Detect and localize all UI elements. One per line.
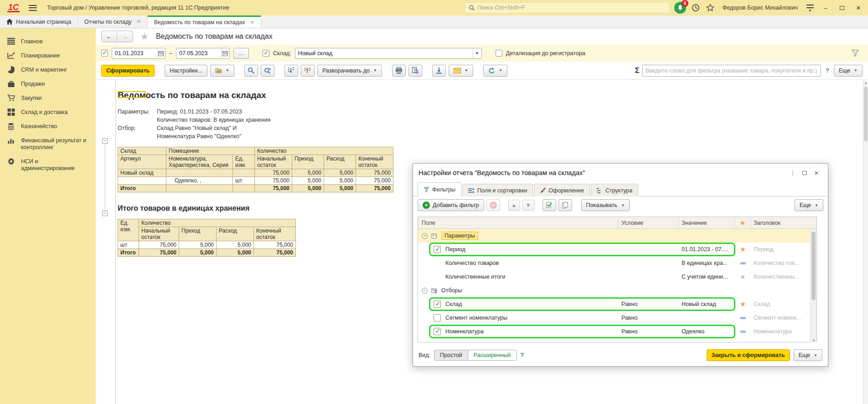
favorites-button[interactable] [705, 3, 715, 13]
group-row-parameters[interactable]: − Параметры [418, 229, 816, 243]
1c-logo-icon[interactable]: 1С [7, 4, 20, 12]
star-marker-icon[interactable]: ★ [740, 245, 746, 254]
period-checkbox[interactable] [101, 50, 108, 57]
sidebar-item-main[interactable]: Главное [0, 35, 96, 49]
dialog-more-icon[interactable]: ⋮ [787, 167, 799, 178]
warehouse-combobox[interactable]: ▼ [295, 48, 482, 59]
calendar-icon[interactable] [157, 48, 165, 58]
period-options-button[interactable]: ... [233, 48, 249, 59]
tab-appearance[interactable]: Оформление [534, 184, 590, 197]
change-variant-button[interactable]: ▼ [483, 65, 507, 77]
view-simple-button[interactable]: Простой [434, 350, 468, 360]
chevron-down-icon[interactable]: ▼ [473, 48, 481, 58]
row-checkbox[interactable] [434, 314, 441, 321]
report-variants-button[interactable]: ▼ [210, 65, 234, 77]
tab-goods-statement[interactable]: Ведомость по товарам на складах ✕ [148, 16, 261, 28]
filters-grid[interactable]: Поле Условие Значение ★ Заголовок − Пара… [418, 217, 817, 342]
check-all-button[interactable] [542, 199, 556, 211]
find-next-button[interactable] [261, 65, 274, 77]
value-cell[interactable]: Новый склад [679, 297, 735, 311]
tab-home[interactable]: Начальная страница [0, 16, 78, 28]
copy-button[interactable] [558, 199, 572, 211]
user-name[interactable]: Федоров Борис Михайлович [723, 5, 798, 11]
help-button[interactable]: ? [824, 67, 831, 74]
tab-structure[interactable]: Структура [591, 184, 638, 197]
collapse-icon[interactable]: − [422, 233, 428, 239]
filter-funnel-icon[interactable] [852, 50, 859, 57]
sidebar-item-planning[interactable]: Планирование [0, 49, 96, 63]
tab-warehouse-reports[interactable]: Отчеты по складу ✕ [78, 16, 148, 28]
date-to-input[interactable] [176, 50, 221, 57]
move-up-button[interactable]: ▲ [508, 200, 520, 211]
collapse-groups-button[interactable] [284, 65, 298, 77]
show-button[interactable]: Показывать ▼ [581, 199, 630, 211]
remove-filter-button[interactable]: ✕ [486, 199, 500, 211]
expand-to-button[interactable]: Разворачивать до ▼ [317, 65, 382, 77]
sidebar-item-sales[interactable]: Продажи [0, 77, 96, 91]
row-checkbox[interactable] [434, 300, 441, 308]
generate-button[interactable]: Сформировать [101, 65, 155, 77]
grid-scrollbar[interactable]: ▼ [810, 229, 816, 342]
close-tab-icon[interactable]: ✕ [136, 19, 140, 25]
favorite-star-icon[interactable]: ★ [140, 31, 149, 42]
star-marker-icon[interactable]: ★ [740, 300, 746, 308]
global-search-input[interactable] [465, 2, 670, 13]
date-from-input[interactable] [112, 50, 157, 57]
dash-marker-icon[interactable] [740, 262, 746, 264]
add-filter-button[interactable]: + Добавить фильтр [418, 199, 484, 211]
warehouse-table[interactable]: Склад Помещение Количество Артикул Номен… [118, 147, 393, 192]
group-row-selections[interactable]: − Отборы [418, 284, 816, 297]
main-menu-icon[interactable] [29, 5, 37, 11]
totals-table[interactable]: Ед. изм. Количество Начальный остаток Пр… [118, 219, 296, 257]
filter-row-period[interactable]: Период 01.01.2023 - 07.... ★ Период [418, 243, 816, 256]
date-from-field[interactable] [112, 48, 165, 59]
close-tab-icon[interactable]: ✕ [250, 20, 254, 26]
value-cell[interactable]: В единицах хра... [679, 256, 735, 270]
collapse-icon[interactable]: − [422, 288, 428, 294]
date-to-field[interactable] [176, 48, 230, 59]
back-button[interactable]: ← [102, 31, 117, 42]
sidebar-item-treasury[interactable]: Казначейство [0, 119, 96, 134]
minimize-button[interactable]: – [820, 2, 832, 13]
dialog-help-button[interactable]: ? [521, 352, 524, 358]
close-button[interactable]: ✕ [852, 2, 864, 13]
report-scrollbar[interactable]: ▲ [863, 80, 868, 404]
view-advanced-button[interactable]: Расширенный [468, 350, 517, 360]
x-marker-icon[interactable]: ✕ [740, 274, 745, 280]
dash-marker-icon[interactable] [740, 331, 746, 333]
quick-filter-input[interactable] [643, 67, 821, 74]
warehouse-checkbox[interactable] [263, 50, 269, 57]
sidebar-item-finresult[interactable]: Финансовый результат и контроллинг [0, 134, 96, 155]
settings-button[interactable]: Настройки... [165, 65, 207, 77]
quick-filter-field[interactable] [642, 65, 821, 77]
collapse-group-button[interactable]: − [102, 138, 108, 144]
window-menu-button[interactable]: ▼ [805, 4, 815, 12]
notifications-button[interactable]: 4 [674, 2, 686, 14]
row-checkbox[interactable] [434, 246, 441, 253]
detail-checkbox[interactable] [496, 50, 502, 57]
expand-groups-button[interactable] [301, 65, 315, 77]
filter-row-segment[interactable]: Сегмент номенклатуры Равно Сегмент номен… [418, 311, 816, 325]
collapse-group-button[interactable]: − [102, 211, 108, 216]
print-preview-button[interactable] [408, 65, 422, 77]
sidebar-item-warehouse[interactable]: Склад и доставка [0, 105, 96, 119]
filter-row-warehouse[interactable]: Склад Равно Новый склад ★ Склад [418, 297, 816, 311]
warehouse-input[interactable] [295, 50, 473, 57]
value-cell[interactable] [679, 311, 735, 325]
dash-marker-icon[interactable] [740, 317, 746, 319]
dialog-maximize-button[interactable] [799, 167, 811, 178]
move-down-button[interactable]: ▼ [522, 200, 534, 211]
dialog-more-button[interactable]: Еще ▼ [795, 199, 823, 211]
sidebar-item-nsi-admin[interactable]: НСИ и администрирование [0, 155, 96, 176]
calendar-icon[interactable] [221, 48, 229, 58]
print-button[interactable] [392, 65, 406, 77]
sigma-totals-icon[interactable]: Σ [635, 66, 640, 75]
forward-button[interactable]: → [117, 31, 133, 42]
close-and-generate-button[interactable]: Закрыть и сформировать [707, 349, 790, 361]
row-checkbox[interactable] [434, 328, 441, 335]
more-button[interactable]: Еще ▼ [834, 65, 863, 77]
filter-row-quantity-totals[interactable]: Количественные итоги С учетом едини... ✕… [418, 270, 816, 284]
value-cell[interactable]: С учетом едини... [679, 270, 735, 284]
filter-row-nomenclature[interactable]: Номенклатура Равно Одеялко Номенклатура [418, 325, 816, 338]
scroll-thumb[interactable] [864, 87, 868, 141]
